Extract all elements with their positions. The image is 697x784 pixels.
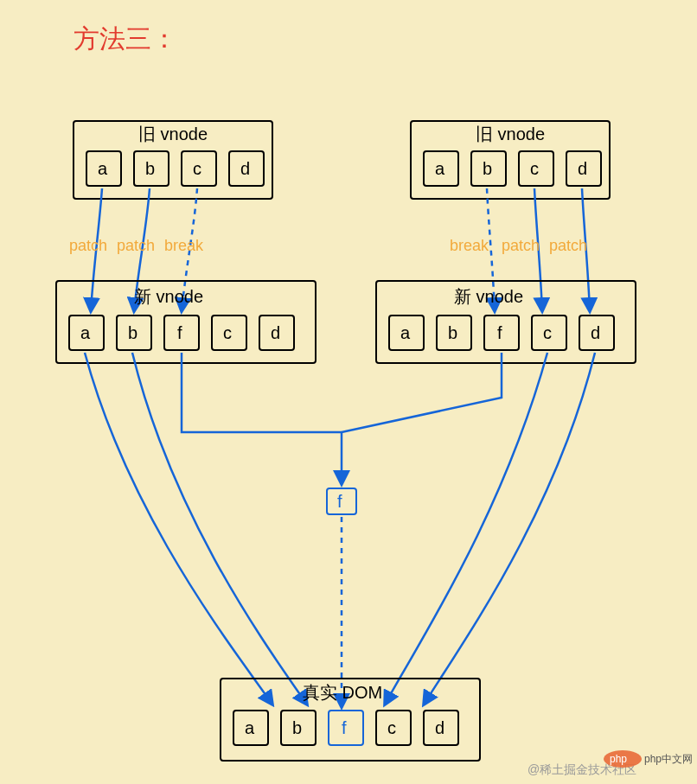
right-old-vnode-group: 旧 vnode a b c d	[411, 121, 610, 199]
right-new-vnode-group: 新 vnode a b f c d	[376, 281, 636, 363]
cell: d	[578, 159, 587, 178]
cell: a	[435, 159, 445, 178]
annotation: break	[164, 237, 204, 254]
cell: d	[591, 323, 600, 342]
diagram-canvas: 方法三： 旧 vnode a b c d patch patch break 新…	[0, 0, 697, 784]
real-dom-group: 真实 DOM a b f c d	[221, 679, 480, 761]
cell: f	[342, 718, 347, 737]
connector	[342, 353, 502, 432]
left-old-vnode-group: 旧 vnode a b c d	[74, 121, 272, 199]
title-text: 方法三：	[74, 24, 177, 53]
cell: d	[240, 159, 250, 178]
cell: c	[193, 159, 201, 178]
cell: b	[292, 718, 302, 737]
annotation: patch	[117, 237, 155, 254]
left-new-vnode-group: 新 vnode a b f c d	[56, 281, 316, 363]
cell: b	[145, 159, 155, 178]
right-new-label: 新 vnode	[454, 287, 523, 306]
left-new-label: 新 vnode	[134, 287, 203, 306]
cell: a	[400, 323, 411, 342]
right-old-label: 旧 vnode	[476, 124, 545, 143]
cell: d	[435, 718, 444, 737]
cell: c	[387, 718, 396, 737]
cell: a	[80, 323, 91, 342]
cell: d	[271, 323, 280, 342]
connector	[182, 353, 342, 432]
arrow	[85, 353, 272, 704]
left-old-label: 旧 vnode	[138, 124, 208, 143]
new-node-label: f	[337, 492, 342, 511]
arrow	[132, 353, 307, 704]
cell: f	[177, 323, 182, 342]
arrow	[424, 353, 595, 704]
annotation: patch	[502, 237, 540, 254]
cell: c	[543, 323, 552, 342]
left-old-cells: a b c d	[86, 151, 264, 186]
svg-text:php中文网: php中文网	[644, 753, 693, 765]
cell: b	[448, 323, 457, 342]
cell: b	[128, 323, 137, 342]
cell: c	[530, 159, 539, 178]
real-dom-label: 真实 DOM	[303, 683, 382, 702]
cell: b	[483, 159, 492, 178]
annotation: patch	[69, 237, 107, 254]
annotation: break	[450, 237, 489, 254]
cell: a	[98, 159, 108, 178]
cell: c	[223, 323, 232, 342]
cell: f	[497, 323, 502, 342]
svg-text:php: php	[610, 753, 627, 765]
watermark-logo: php php中文网	[604, 750, 693, 768]
cell: a	[245, 718, 255, 737]
annotation: patch	[549, 237, 587, 254]
